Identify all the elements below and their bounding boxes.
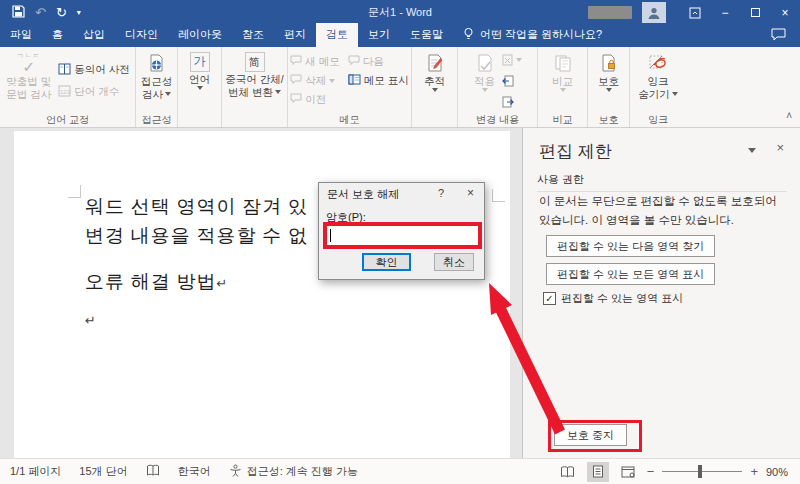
word-count-indicator[interactable]: 15개 단어 (79, 464, 127, 479)
chinese-conversion-button[interactable]: 简 중국어 간체/ 번체 변환 (222, 49, 286, 112)
accept-button: 적용 (471, 49, 498, 112)
tab-design[interactable]: 디자인 (115, 23, 168, 47)
tab-references[interactable]: 참조 (232, 23, 274, 47)
zoom-slider[interactable] (662, 471, 742, 472)
group-comments: 새 메모 다음 삭제 메모 표시 (288, 47, 412, 127)
avatar[interactable] (642, 2, 666, 23)
word-count-icon: 123 (58, 85, 71, 99)
restrict-editing-pane: 편집 제한 × 사용 권한 이 문서는 무단으로 편집할 수 없도록 보호되어 … (522, 128, 800, 458)
dialog-close-icon[interactable]: × (467, 186, 474, 200)
word-count-button: 123 단어 개수 (56, 82, 131, 101)
redo-icon[interactable]: ↻ (56, 5, 67, 20)
group-proofing: ㄱㄴㄷ ✓ 맞춤법 및 문법 검사 동의어 사전 123 단어 개수 (0, 47, 136, 127)
dialog-help-icon[interactable]: ? (438, 187, 444, 199)
qat-customize-icon[interactable]: ▾ (77, 8, 81, 17)
next-change-button[interactable] (500, 92, 524, 111)
show-comments-button[interactable]: 메모 표시 (346, 71, 411, 90)
group-label-accessibility: 접근성 (138, 112, 175, 127)
hide-ink-button[interactable]: 잉크 숨기기 (635, 49, 681, 112)
read-mode-button[interactable] (557, 462, 579, 482)
group-tracking: 추적 (412, 47, 458, 127)
tab-help[interactable]: 도움말 (400, 23, 453, 47)
group-label-language (180, 112, 219, 127)
next-comment-button: 다음 (346, 52, 411, 71)
minimize-button[interactable]: − (710, 0, 740, 25)
group-changes: 적용 변경 내용 (458, 47, 538, 127)
tab-mailings[interactable]: 편지 (274, 23, 316, 47)
ribbon: ㄱㄴㄷ ✓ 맞춤법 및 문법 검사 동의어 사전 123 단어 개수 (0, 47, 800, 128)
language-indicator[interactable]: 한국어 (178, 464, 211, 479)
tab-view[interactable]: 보기 (358, 23, 400, 47)
zoom-out-button[interactable]: − (647, 464, 655, 479)
protect-button[interactable]: 보호 (595, 49, 622, 112)
zoom-slider-thumb[interactable] (698, 465, 702, 478)
pane-section-permissions: 사용 권한 (537, 172, 787, 192)
page-indicator[interactable]: 1/1 페이지 (10, 464, 61, 479)
accept-icon (477, 52, 493, 74)
spelling-grammar-button: ㄱㄴㄷ ✓ 맞춤법 및 문법 검사 (3, 49, 54, 112)
web-layout-button[interactable] (617, 462, 639, 482)
undo-icon: ↶ (35, 5, 46, 20)
close-button[interactable]: × (770, 0, 800, 25)
tab-review[interactable]: 검토 (316, 23, 358, 47)
ribbon-tab-row: 파일 홈 삽입 디자인 레이아웃 참조 편지 검토 보기 도움말 어떤 작업을 … (0, 25, 800, 47)
tell-me-box[interactable]: 어떤 작업을 원하시나요? (453, 27, 612, 47)
zoom-level[interactable]: 90% (766, 466, 788, 478)
language-button[interactable]: 가 언어 (186, 49, 213, 112)
group-label-proofing: 언어 교정 (2, 112, 133, 127)
find-next-editable-region-button[interactable]: 편집할 수 있는 다음 영역 찾기 (546, 235, 715, 257)
quick-access-toolbar: ↶ ↻ ▾ (0, 5, 81, 20)
unprotect-document-dialog: 문서 보호 해제 ? × 암호(P): 확인 취소 (318, 182, 485, 280)
tab-insert[interactable]: 삽입 (73, 23, 115, 47)
comment-icon (290, 93, 302, 106)
doc-text-line2: 변경 내용을 적용할 수 없 (85, 223, 308, 249)
accessibility-checker-icon (148, 52, 165, 74)
svg-text:123: 123 (60, 89, 71, 95)
tab-file[interactable]: 파일 (0, 23, 42, 47)
tab-layout[interactable]: 레이아웃 (168, 23, 232, 47)
reject-button (500, 50, 524, 69)
group-label-changes: 변경 내용 (460, 112, 535, 127)
margin-corner-mark (68, 185, 81, 198)
group-label-chinese (224, 112, 285, 127)
comment-icon (290, 55, 302, 68)
group-language: 가 언어 (178, 47, 222, 127)
group-ink: 잉크 숨기기 잉크 (630, 47, 686, 127)
previous-change-button[interactable] (500, 71, 524, 90)
thesaurus-button[interactable]: 동의어 사전 (56, 60, 131, 79)
ribbon-display-options-icon[interactable] (680, 0, 710, 25)
show-comments-icon (348, 74, 361, 87)
word-window: ↶ ↻ ▾ 문서1 - Word − × 파일 홈 삽입 디자인 레이아웃 참조… (0, 0, 800, 484)
pane-chevron-down-icon[interactable] (748, 148, 756, 153)
delete-comment-button: 삭제 (288, 71, 341, 90)
tab-home[interactable]: 홈 (42, 23, 73, 47)
group-label-ink: 잉크 (632, 112, 684, 127)
track-changes-button[interactable]: 추적 (421, 49, 448, 112)
ok-button[interactable]: 확인 (362, 253, 411, 271)
collapse-ribbon-icon[interactable]: ˄ (786, 110, 792, 121)
show-all-editable-regions-button[interactable]: 편집할 수 있는 모든 영역 표시 (546, 263, 715, 285)
pane-close-icon[interactable]: × (776, 140, 784, 155)
maximize-button[interactable] (740, 0, 770, 25)
lightbulb-icon (463, 27, 474, 42)
hide-ink-icon (648, 52, 668, 74)
document-page[interactable]: 워드 선택 영역이 잠겨 있 변경 내용을 적용할 수 없 오류 해결 방법↵ … (14, 131, 510, 458)
accessibility-checker-button[interactable]: 접근성 검사 (138, 49, 176, 112)
account-name-redacted (588, 6, 632, 19)
previous-comment-button: 이전 (288, 90, 341, 109)
paragraph-mark: ↵ (217, 276, 228, 291)
protect-lock-icon (601, 52, 617, 74)
password-input[interactable] (327, 226, 478, 245)
accessibility-status[interactable]: 접근성: 계속 진행 가능 (229, 464, 358, 479)
new-comment-button: 새 메모 (288, 52, 341, 71)
compare-icon (554, 52, 572, 74)
comments-bubble-icon[interactable] (757, 28, 800, 47)
proofing-status-icon[interactable] (146, 464, 160, 479)
print-layout-button[interactable] (587, 462, 609, 482)
save-icon[interactable] (12, 5, 25, 20)
highlight-editable-regions-checkbox[interactable]: ✓ 편집할 수 있는 영역 표시 (543, 291, 683, 306)
cancel-button[interactable]: 취소 (434, 253, 474, 271)
pane-body-text: 이 문서는 무단으로 편집할 수 없도록 보호되어 있습니다. 이 영역을 볼 … (539, 192, 787, 230)
zoom-in-button[interactable]: + (750, 464, 758, 479)
group-protect: 보호 보호 (588, 47, 630, 127)
